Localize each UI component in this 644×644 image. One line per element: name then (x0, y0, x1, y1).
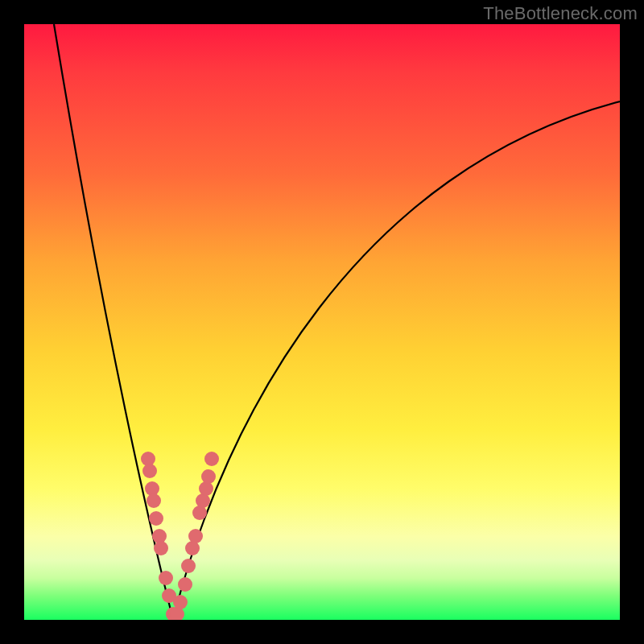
svg-point-19 (201, 469, 216, 484)
svg-point-7 (159, 571, 173, 585)
svg-point-6 (154, 541, 168, 555)
watermark-text: TheBottleneck.com (483, 3, 638, 24)
svg-point-3 (147, 493, 161, 508)
chart-frame: TheBottleneck.com (0, 0, 644, 644)
svg-point-15 (188, 529, 203, 543)
bottleneck-curve (24, 24, 620, 620)
svg-point-18 (199, 481, 213, 496)
svg-point-13 (181, 559, 196, 573)
svg-point-11 (173, 595, 188, 609)
svg-point-4 (149, 511, 163, 526)
svg-point-20 (204, 452, 219, 466)
svg-point-12 (178, 577, 192, 592)
curve-right-branch (173, 101, 620, 620)
svg-point-1 (142, 464, 157, 478)
plot-area (24, 24, 620, 620)
